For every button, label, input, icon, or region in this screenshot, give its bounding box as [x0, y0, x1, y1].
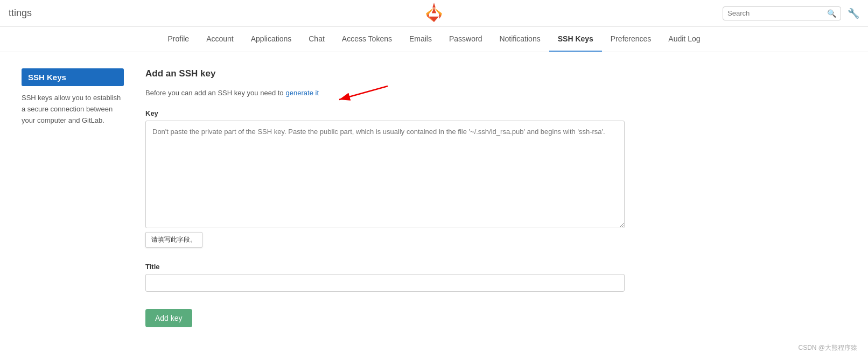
- key-textarea[interactable]: [145, 121, 625, 228]
- info-text: Before you can add an SSH key you need t…: [145, 88, 625, 98]
- page-title: ttings: [9, 8, 32, 19]
- title-label: Title: [145, 263, 625, 271]
- key-label: Key: [145, 109, 625, 117]
- nav-item-notifications[interactable]: Notifications: [491, 27, 549, 52]
- nav-item-chat[interactable]: Chat: [300, 27, 333, 52]
- nav-item-access-tokens[interactable]: Access Tokens: [333, 27, 401, 52]
- sidebar-description: SSH keys allow you to establish a secure…: [22, 93, 124, 126]
- nav-item-password[interactable]: Password: [440, 27, 491, 52]
- validation-tooltip: 请填写此字段。: [145, 232, 202, 248]
- add-key-button[interactable]: Add key: [145, 309, 192, 327]
- search-input[interactable]: [727, 9, 827, 17]
- content-area: SSH Keys SSH keys allow you to establish…: [0, 52, 646, 343]
- info-area: Before you can add an SSH key you need t…: [145, 88, 625, 98]
- section-heading: Add an SSH key: [145, 68, 625, 79]
- nav-item-audit-log[interactable]: Audit Log: [660, 27, 709, 52]
- logo: [424, 3, 444, 24]
- nav-item-account[interactable]: Account: [198, 27, 242, 52]
- main-content: Add an SSH key Before you can add an SSH…: [145, 68, 625, 327]
- key-field-group: Key 请填写此字段。: [145, 109, 625, 254]
- title-input[interactable]: [145, 274, 625, 292]
- nav-item-applications[interactable]: Applications: [242, 27, 300, 52]
- nav-item-emails[interactable]: Emails: [401, 27, 440, 52]
- nav-item-preferences[interactable]: Preferences: [602, 27, 660, 52]
- nav: Profile Account Applications Chat Access…: [0, 27, 868, 52]
- wrench-icon[interactable]: 🔧: [848, 8, 859, 19]
- topbar-right: 🔍 🔧: [723, 6, 859, 20]
- sidebar-title: SSH Keys: [22, 68, 124, 86]
- info-text-before: Before you can add an SSH key you need t…: [145, 88, 284, 98]
- generate-it-link[interactable]: generate it: [286, 88, 319, 98]
- nav-item-profile[interactable]: Profile: [159, 27, 198, 52]
- nav-item-ssh-keys[interactable]: SSH Keys: [549, 27, 602, 52]
- search-box[interactable]: 🔍: [723, 6, 841, 20]
- title-field-group: Title: [145, 263, 625, 300]
- topbar: ttings 🔍 🔧: [0, 0, 868, 27]
- sidebar: SSH Keys SSH keys allow you to establish…: [22, 68, 124, 327]
- search-icon: 🔍: [827, 9, 836, 18]
